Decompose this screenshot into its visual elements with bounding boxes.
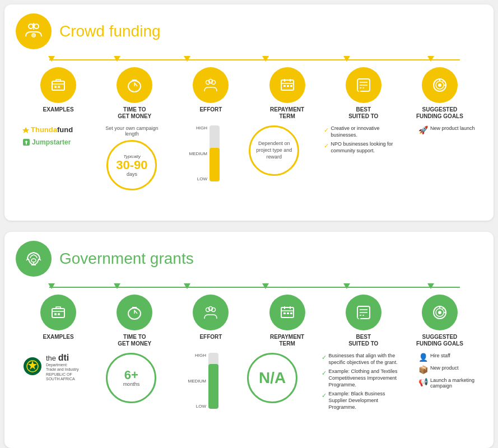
gov-header: Government grants [16, 241, 482, 277]
crowd-bar: HIGH MEDIUM LOW [189, 125, 220, 181]
repayment-icon [269, 67, 305, 103]
crowd-content-row: Thundafund Jumpstarter Set your own camp… [16, 120, 482, 209]
crowd-bar-track [210, 125, 220, 181]
gov-check-2: ✓ [322, 369, 327, 377]
svg-rect-51 [287, 312, 289, 314]
gov-effort-icon [193, 295, 229, 330]
svg-rect-39 [58, 313, 60, 315]
funding-text-1: New product launch [430, 125, 475, 131]
gov-funding-text-1: Hire staff [430, 353, 450, 358]
gov-repayment-content: N/A [241, 353, 303, 403]
crowd-suited-content: ✓ Creative or innovative businesses. ✓ N… [322, 125, 400, 157]
gov-arrow-examples [48, 283, 55, 289]
gov-check-3: ✓ [322, 391, 327, 399]
gov-examples-label: EXAMPLES [43, 334, 74, 340]
time-circle: Typically 30-90 days [106, 140, 157, 190]
gov-arrow-repayment [262, 283, 269, 289]
marketing-icon: 📢 [418, 377, 428, 386]
gov-funding-text-3: Launch a marketing campaign [430, 377, 476, 389]
svg-rect-20 [283, 85, 286, 87]
effort-icon [193, 67, 229, 103]
gov-grants-section: Government grants EXAMPLES [4, 232, 494, 448]
gov-time-number: 6+ [124, 369, 138, 381]
gov-title: Government grants [59, 250, 194, 268]
suited-item-1: ✓ Creative or innovative businesses. [324, 125, 398, 138]
gov-funding-icon [422, 295, 458, 330]
crowd-examples-content: Thundafund Jumpstarter [20, 125, 82, 151]
effort-label: EFFORT [199, 106, 222, 113]
crowd-arrow-line [49, 59, 460, 60]
gov-col-funding: SUGGESTED FUNDING GOALS [402, 295, 478, 347]
dti-subtitle: Department:Trade and IndustryREPUBLIC OF… [46, 363, 80, 382]
arrow-effort [184, 56, 190, 62]
gov-col-repayment: REPAYMENT TERM [249, 295, 325, 347]
gov-suited-item-3: ✓ Example: Black Business Supplier Devel… [322, 391, 398, 410]
gov-bar-medium-label: MEDIUM [188, 379, 206, 384]
crowd-funding-section: Crowd funding EXAMPLES [4, 4, 494, 221]
gov-repayment-circle: N/A [247, 353, 297, 403]
thunda-text: Thundafund [31, 125, 73, 134]
time-icon [117, 67, 152, 103]
gov-col-icons: EXAMPLES TIME TO GET MONEY [16, 295, 482, 347]
dti-text-block: the dti Department:Trade and IndustryREP… [46, 353, 80, 382]
gov-examples-icon [40, 295, 76, 330]
gov-check-1: ✓ [322, 353, 327, 361]
time-note: Set your own campaign length [100, 125, 163, 137]
dti-emblem [22, 356, 43, 379]
check-icon-1: ✓ [324, 126, 329, 134]
svg-rect-22 [290, 85, 292, 87]
gov-col-time: TIME TO GET MONEY [96, 295, 173, 347]
crowd-bar-fill [210, 148, 220, 181]
arrow-funding [427, 56, 434, 62]
gov-effort-label: EFFORT [199, 334, 222, 340]
col-effort: EFFORT [173, 67, 249, 113]
dti-name: the dti [46, 353, 80, 363]
gov-bar-track [208, 353, 218, 409]
gov-bar-low-label: LOW [188, 404, 206, 409]
svg-rect-8 [54, 86, 57, 88]
col-repayment: REPAYMENT TERM [249, 67, 325, 120]
bar-medium-label: MEDIUM [189, 151, 207, 156]
gov-time-icon [117, 295, 152, 330]
gov-funding-label: SUGGESTED FUNDING GOALS [416, 334, 463, 347]
gov-bar-fill [208, 364, 218, 409]
gov-funding-text-2: New product [430, 365, 459, 371]
suited-item-2: ✓ NPO businesses looking for community s… [324, 141, 398, 154]
gov-bar-labels: HIGH MEDIUM LOW [188, 353, 206, 409]
thundafund-logo: Thundafund [22, 125, 73, 134]
gov-suited-content: ✓ Businesses that align with the specifi… [319, 353, 401, 414]
bar-high-label: HIGH [189, 125, 207, 130]
gov-funding-item-1: 👤 Hire staff [418, 353, 450, 362]
gov-icon [16, 241, 52, 277]
dti-the: the [46, 354, 58, 362]
suited-label: BEST SUITED TO [348, 106, 378, 120]
arrow-suited [343, 56, 350, 62]
crowd-arrow-bar [27, 55, 471, 65]
gov-funding-content: 👤 Hire staff 📦 New product 📢 Launch a ma… [416, 353, 478, 392]
gov-arrow-line [49, 287, 460, 288]
col-time: TIME TO GET MONEY [96, 67, 173, 120]
svg-rect-21 [287, 85, 289, 87]
gov-suited-text-1: Businesses that align with the specific … [329, 353, 398, 366]
gov-suited-text-3: Example: Black Business Supplier Develop… [329, 391, 398, 410]
funding-label: SUGGESTED FUNDING GOALS [416, 106, 463, 120]
gov-suited-label: BEST SUITED TO [348, 334, 378, 347]
arrow-examples [48, 56, 55, 62]
gov-effort-content: HIGH MEDIUM LOW [181, 353, 226, 409]
gov-time-unit: months [123, 381, 140, 387]
gov-arrow-funding [427, 283, 434, 289]
funding-icon [422, 67, 458, 103]
jumpstarter-logo: Jumpstarter [22, 138, 71, 146]
crowd-header: Crowd funding [16, 13, 482, 49]
bar-low-label: LOW [189, 176, 207, 181]
svg-point-33 [31, 259, 36, 262]
examples-label: EXAMPLES [43, 106, 74, 113]
dti-abbrev: dti [58, 353, 69, 362]
gov-examples-content: the dti Department:Trade and IndustryREP… [20, 353, 82, 384]
gov-arrow-time [114, 283, 120, 289]
gov-content-row: the dti Department:Trade and IndustryREP… [16, 347, 482, 437]
time-unit: days [127, 171, 137, 177]
crowd-effort-content: HIGH MEDIUM LOW [182, 125, 227, 181]
gov-time-label: TIME TO GET MONEY [118, 334, 151, 347]
gov-suited-item-2: ✓ Example: Clothing and Textiles Competi… [322, 368, 398, 388]
